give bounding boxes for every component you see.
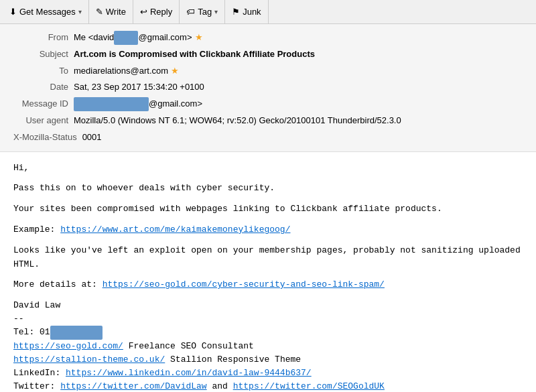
write-icon: ✎ <box>96 7 103 17</box>
xmozilla-value: 0001 <box>82 131 523 145</box>
example-line: Example: https://www.art.com/me/kaimakem… <box>13 223 523 237</box>
details-line: More details at: https://seo-gold.com/cy… <box>13 278 523 292</box>
sig-tel-redacted <box>50 326 103 339</box>
junk-icon: ⚑ <box>232 7 240 17</box>
get-messages-arrow: ▾ <box>78 8 82 15</box>
from-redacted <box>114 31 138 45</box>
messageid-row: Message ID @gmail.com> <box>13 96 523 113</box>
sig-twitter1-link[interactable]: https://twitter.com/DavidLaw <box>60 381 206 391</box>
messageid-label: Message ID <box>13 97 74 111</box>
to-value: mediarelations@art.com★ <box>74 64 523 78</box>
useragent-row: User agent Mozilla/5.0 (Windows NT 6.1; … <box>13 113 523 129</box>
subject-row: Subject Art.com is Compromised with Clic… <box>13 46 523 63</box>
reply-icon: ↩ <box>140 7 147 17</box>
sig-tel-label: Tel: <box>13 327 40 337</box>
email-header: From Me <david @gmail.com>★ Subject Art.… <box>0 24 536 152</box>
write-label: Write <box>106 7 126 17</box>
from-row: From Me <david @gmail.com>★ <box>13 29 523 46</box>
messageid-value: @gmail.com> <box>74 97 523 111</box>
sig-linkedin-link[interactable]: https://www.linkedin.com/in/david-law-94… <box>66 368 312 378</box>
toolbar: ⬇ Get Messages ▾ ✎ Write ↩ Reply 🏷 Tag ▾… <box>0 0 536 24</box>
sig-tel-line: Tel: 01 <box>13 326 523 339</box>
sig-tel: 01 <box>40 327 50 337</box>
sig-linkedin-label: LinkedIn: <box>13 368 66 378</box>
reply-button[interactable]: ↩ Reply <box>133 0 180 23</box>
sig-twitter-and: and <box>207 381 233 391</box>
get-messages-icon: ⬇ <box>9 7 17 17</box>
xmozilla-row: X-Mozilla-Status 0001 <box>13 129 523 146</box>
messageid-redacted1 <box>74 97 149 111</box>
to-star: ★ <box>171 66 179 76</box>
to-row: To mediarelations@art.com★ <box>13 63 523 80</box>
date-label: Date <box>13 80 74 94</box>
greeting: Hi, <box>13 161 523 176</box>
date-row: Date Sat, 23 Sep 2017 15:34:20 +0100 <box>13 79 523 96</box>
sig-link2[interactable]: https://stallion-theme.co.uk/ <box>13 354 165 365</box>
xmozilla-label: X-Mozilla-Status <box>13 131 82 145</box>
from-value: Me <david @gmail.com>★ <box>74 31 523 45</box>
from-label: From <box>13 31 74 45</box>
para3: Looks like you've left an exploit open o… <box>13 244 523 272</box>
junk-button[interactable]: ⚑ Junk <box>225 0 268 23</box>
junk-label: Junk <box>243 7 261 17</box>
subject-label: Subject <box>13 48 74 62</box>
para2: Your sites been compromised with webpage… <box>13 202 523 216</box>
useragent-value: Mozilla/5.0 (Windows NT 6.1; WOW64; rv:5… <box>74 114 523 128</box>
reply-label: Reply <box>150 7 172 17</box>
signature: David Law -- Tel: 01 https://seo-gold.co… <box>13 299 523 392</box>
sig-twitter-line: Twitter: https://twitter.com/DavidLaw an… <box>13 380 523 392</box>
sig-link1-line: https://seo-gold.com/ Freelance SEO Cons… <box>13 340 523 353</box>
write-button[interactable]: ✎ Write <box>89 0 133 23</box>
tag-icon: 🏷 <box>186 7 195 17</box>
details-prefix: More details at: <box>13 279 103 289</box>
sig-link2-desc: Stallion Responsive Theme <box>165 354 301 365</box>
sig-dashes: -- <box>13 312 523 326</box>
from-star: ★ <box>195 32 203 42</box>
tag-button[interactable]: 🏷 Tag ▾ <box>180 0 225 23</box>
tag-arrow: ▾ <box>214 8 218 15</box>
sig-link1[interactable]: https://seo-gold.com/ <box>13 341 123 351</box>
para1: Pass this on to whoever deals with cyber… <box>13 182 523 196</box>
email-body: Hi, Pass this on to whoever deals with c… <box>0 152 536 392</box>
date-value: Sat, 23 Sep 2017 15:34:20 +0100 <box>74 80 523 94</box>
example-prefix: Example: <box>13 224 60 235</box>
sig-link2-line: https://stallion-theme.co.uk/ Stallion R… <box>13 353 523 367</box>
example-link[interactable]: https://www.art.com/me/kaimakemoneylikeg… <box>60 224 290 235</box>
to-address: mediarelations@art.com <box>74 66 168 76</box>
details-link[interactable]: https://seo-gold.com/cyber-security-and-… <box>103 279 385 289</box>
from-name: david <box>93 32 114 42</box>
sig-twitter2-link[interactable]: https://twitter.com/SEOGoldUK <box>233 381 385 391</box>
sig-link1-desc: Freelance SEO Consultant <box>123 341 254 351</box>
get-messages-label: Get Messages <box>19 7 76 17</box>
subject-value: Art.com is Compromised with Clickbank Af… <box>74 48 523 62</box>
sig-twitter-label: Twitter: <box>13 381 60 391</box>
to-label: To <box>13 64 74 78</box>
sig-name: David Law <box>13 299 523 312</box>
get-messages-button[interactable]: ⬇ Get Messages ▾ <box>3 0 89 23</box>
useragent-label: User agent <box>13 114 74 128</box>
sig-linkedin-line: LinkedIn: https://www.linkedin.com/in/da… <box>13 367 523 380</box>
tag-label: Tag <box>198 7 212 17</box>
